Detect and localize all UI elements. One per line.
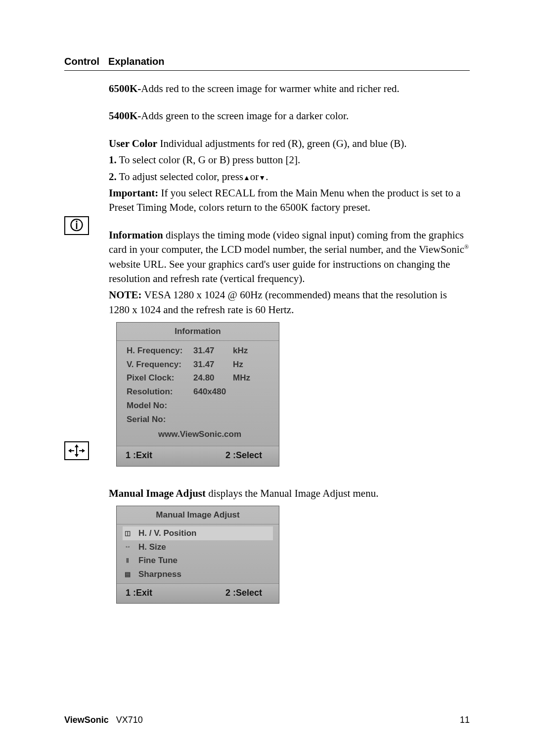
step1-num: 1. — [109, 154, 117, 166]
osd-mia-footer: 1 :Exit 2 :Select — [117, 583, 279, 603]
osd-mia-item-hsize[interactable]: ↔ H. Size — [123, 540, 273, 554]
step2-num: 2. — [109, 171, 117, 183]
step-1: 1. To select color (R, G or B) press but… — [109, 153, 470, 167]
header-control: Control — [64, 54, 99, 68]
footer-brand: ViewSonic — [64, 715, 109, 725]
sharpness-icon: ▤ — [123, 570, 133, 578]
para-important: Important: If you select RECALL from the… — [109, 186, 470, 215]
svg-marker-1 — [68, 449, 74, 453]
mia-text: displays the Manual Image Adjust menu. — [206, 487, 378, 499]
osd-hfreq-unit: kHz — [233, 345, 248, 357]
osd-mia-item-1: H. Size — [138, 541, 166, 553]
important-text: If you select RECALL from the Main Menu … — [109, 187, 460, 213]
mia-label: Manual Image Adjust — [109, 487, 206, 499]
para-usercolor: User Color Individual adjustments for re… — [109, 137, 470, 151]
osd-mia-exit[interactable]: 1 :Exit — [126, 587, 152, 599]
step2-end: . — [266, 171, 268, 183]
page-footer: ViewSonic VX710 11 — [64, 714, 470, 726]
label-6500k: 6500K- — [109, 83, 141, 94]
registered-mark: ® — [464, 243, 469, 250]
para-5400k: 5400K-Adds green to the screen image for… — [109, 109, 470, 123]
info-glyph: ⓘ — [70, 217, 83, 235]
osd-pixelclock-value: 24.80 — [193, 372, 233, 384]
para-note: NOTE: VESA 1280 x 1024 @ 60Hz (recommend… — [109, 288, 470, 317]
header-explanation: Explanation — [108, 54, 164, 68]
step2-or: or — [250, 171, 259, 183]
osd-mia-item-2: Fine Tune — [138, 555, 178, 567]
osd-vfreq-label: V. Frequency: — [127, 359, 193, 371]
triangle-down-icon — [259, 171, 266, 183]
osd-url: www.ViewSonic.com — [127, 426, 273, 443]
osd-row-vfreq: V. Frequency: 31.47 Hz — [127, 358, 273, 372]
osd-row-serialno: Serial No: — [127, 413, 273, 426]
osd-modelno-value — [193, 400, 233, 412]
footer-left: ViewSonic VX710 — [64, 714, 143, 726]
osd-mia-item-hvposition[interactable]: ◫ H. / V. Position — [123, 526, 273, 540]
osd-info-body: H. Frequency: 31.47 kHz V. Frequency: 31… — [117, 341, 279, 446]
svg-marker-0 — [75, 444, 79, 457]
column-headers: Control Explanation — [64, 54, 470, 68]
osd-serialno-value — [193, 414, 233, 425]
para-information: Information displays the timing mode (vi… — [109, 228, 470, 286]
osd-modelno-label: Model No: — [127, 400, 193, 412]
text-6500k: Adds red to the screen image for warmer … — [141, 83, 399, 94]
step2-text: To adjust selected color, press — [117, 171, 243, 183]
osd-serialno-label: Serial No: — [127, 414, 193, 425]
para-mia: Manual Image Adjust displays the Manual … — [109, 486, 470, 501]
osd-pixelclock-unit: MHz — [233, 372, 250, 384]
page-number: 11 — [460, 714, 470, 726]
manual-image-adjust-icon — [64, 441, 89, 460]
header-rule — [64, 70, 470, 71]
osd-mia-item-3: Sharpness — [138, 568, 181, 580]
osd-mia-select[interactable]: 2 :Select — [225, 587, 262, 599]
osd-mia-item-sharpness[interactable]: ▤ Sharpness — [123, 567, 273, 581]
hv-position-icon: ◫ — [123, 529, 133, 537]
osd-select[interactable]: 2 :Select — [225, 449, 262, 462]
osd-info-footer: 1 :Exit 2 :Select — [117, 446, 279, 466]
osd-row-pixelclock: Pixel Clock: 24.80 MHz — [127, 371, 273, 385]
osd-row-hfreq: H. Frequency: 31.47 kHz — [127, 344, 273, 358]
osd-info-title: Information — [117, 323, 279, 341]
osd-mia-item-0: H. / V. Position — [138, 527, 196, 539]
osd-mia-item-finetune[interactable]: ⫴ Fine Tune — [123, 554, 273, 567]
osd-hfreq-value: 31.47 — [193, 345, 233, 357]
important-label: Important: — [109, 187, 158, 199]
text-usercolor: Individual adjustments for red (R), gree… — [157, 138, 406, 149]
osd-information-panel: Information H. Frequency: 31.47 kHz V. F… — [116, 322, 279, 467]
osd-mia-body: ◫ H. / V. Position ↔ H. Size ⫴ Fine Tune… — [117, 524, 279, 583]
info-label: Information — [109, 229, 163, 241]
note-text: VESA 1280 x 1024 @ 60Hz (recommended) me… — [109, 289, 447, 315]
triangle-up-icon — [243, 171, 250, 183]
osd-mia-title: Manual Image Adjust — [117, 506, 279, 524]
osd-vfreq-value: 31.47 — [193, 359, 233, 371]
info-text-b: website URL. See your graphics card's us… — [109, 258, 450, 284]
para-6500k: 6500K-Adds red to the screen image for w… — [109, 82, 470, 96]
arrows-cross-icon — [68, 444, 85, 457]
fine-tune-icon: ⫴ — [123, 557, 133, 565]
osd-row-modelno: Model No: — [127, 399, 273, 413]
osd-mia-panel: Manual Image Adjust ◫ H. / V. Position ↔… — [116, 506, 279, 604]
h-size-icon: ↔ — [123, 543, 133, 551]
osd-resolution-value: 640x480 — [193, 386, 233, 398]
note-label: NOTE: — [109, 289, 142, 301]
osd-row-resolution: Resolution: 640x480 — [127, 385, 273, 399]
svg-marker-2 — [79, 449, 85, 453]
osd-vfreq-unit: Hz — [233, 359, 243, 371]
information-icon: ⓘ — [64, 216, 89, 235]
footer-model: VX710 — [116, 715, 143, 725]
osd-pixelclock-label: Pixel Clock: — [127, 372, 193, 384]
step1-text: To select color (R, G or B) press button… — [117, 154, 300, 166]
osd-exit[interactable]: 1 :Exit — [126, 449, 152, 462]
osd-resolution-label: Resolution: — [127, 386, 193, 398]
label-usercolor: User Color — [109, 138, 157, 149]
text-5400k: Adds green to the screen image for a dar… — [141, 110, 349, 122]
label-5400k: 5400K- — [109, 110, 141, 122]
osd-hfreq-label: H. Frequency: — [127, 345, 193, 357]
step-2: 2. To adjust selected color, pressor. — [109, 170, 470, 184]
